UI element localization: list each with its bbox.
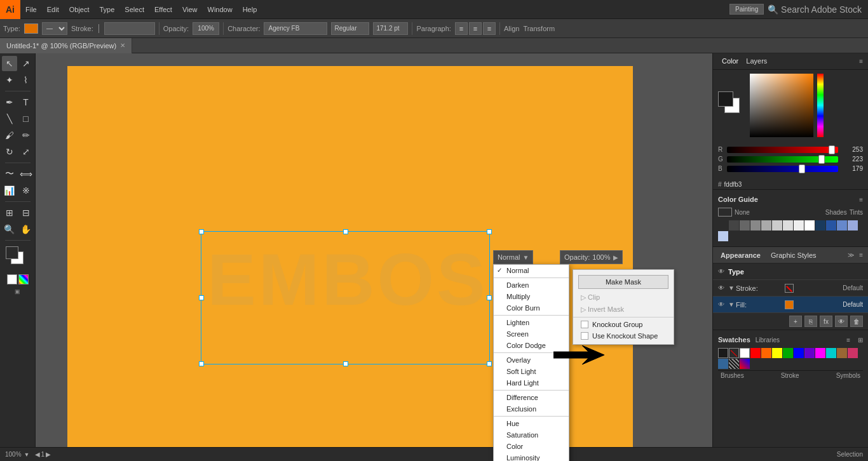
blend-soft-light[interactable]: Soft Light [494, 366, 569, 377]
cg-swatch-9[interactable] [815, 220, 825, 230]
fill-expand[interactable]: ▼ [728, 301, 735, 308]
rotate-tool[interactable]: ↻ [2, 144, 17, 159]
ap-eye-btn[interactable]: 👁 [835, 316, 848, 327]
swatch-blue[interactable] [794, 348, 804, 358]
blend-darken[interactable]: Darken [494, 279, 569, 291]
direct-select-tool[interactable]: ↗ [18, 56, 34, 71]
stroke-expand[interactable]: ▼ [728, 284, 735, 291]
swatch-none[interactable] [729, 348, 739, 358]
invert-mask-item[interactable]: ▷ Invert Mask [573, 304, 674, 316]
font-selector[interactable]: Agency FB [264, 22, 327, 35]
blend-hue[interactable]: Hue [494, 418, 569, 429]
stroke-eye[interactable]: 👁 [718, 284, 728, 291]
knockout-shape-checkbox[interactable] [581, 332, 588, 340]
clip-item[interactable]: ▷ Clip [573, 291, 674, 304]
blend-screen[interactable]: Screen [494, 328, 569, 340]
swatch-purple[interactable] [804, 348, 815, 358]
cg-base-swatch[interactable] [718, 208, 732, 217]
handle-bottom-left[interactable] [199, 361, 204, 366]
cg-swatch-1[interactable] [729, 220, 739, 230]
stroke-swatch[interactable] [785, 284, 794, 293]
fill-eye[interactable]: 👁 [718, 301, 728, 308]
blend-difference[interactable]: Difference [494, 392, 569, 403]
workspace-selector[interactable]: Painting [729, 4, 764, 15]
handle-bottom-middle[interactable] [343, 361, 348, 366]
appearance-expand-btn[interactable]: ≫ [848, 251, 854, 258]
handle-top-left[interactable] [199, 229, 204, 234]
cg-swatch-2[interactable] [740, 220, 750, 230]
handle-top-middle[interactable] [343, 229, 348, 234]
g-slider[interactable] [727, 156, 838, 163]
menu-view[interactable]: View [177, 0, 203, 19]
cg-swatch-12[interactable] [848, 220, 858, 230]
screen-mode-btn[interactable]: ▣ [10, 287, 26, 296]
search-stock-input[interactable]: 🔍 Search Adobe Stock [768, 4, 862, 15]
font-style-selector[interactable]: Regular [331, 22, 369, 35]
hand-tool[interactable]: ✋ [18, 222, 34, 237]
blend-lighten[interactable]: Lighten [494, 317, 569, 328]
tab-close-btn[interactable]: ✕ [120, 42, 125, 49]
type-eye[interactable]: 👁 [718, 268, 728, 275]
cg-swatch-6[interactable] [783, 220, 793, 230]
swatch-pink[interactable] [848, 348, 858, 358]
menu-effect[interactable]: Effect [149, 0, 177, 19]
zoom-dropdown-btn[interactable]: ▼ [24, 451, 30, 458]
swatch-teal[interactable] [718, 359, 728, 369]
menu-select[interactable]: Select [119, 0, 149, 19]
swatch-magenta[interactable] [815, 348, 825, 358]
swatch-gradient-1[interactable] [740, 359, 750, 369]
libraries-tab[interactable]: Libraries [756, 337, 780, 344]
menu-file[interactable]: File [20, 0, 42, 19]
align-right-btn[interactable]: ≡ [483, 22, 496, 35]
opacity-input[interactable] [193, 22, 219, 35]
cg-swatch-10[interactable] [826, 220, 836, 230]
fill-swatch[interactable] [785, 300, 794, 309]
color-spectrum[interactable] [750, 74, 813, 137]
menu-window[interactable]: Window [203, 0, 238, 19]
none-swatch[interactable] [7, 274, 17, 284]
swatches-menu[interactable]: ≡ [846, 337, 850, 344]
r-slider[interactable] [727, 147, 838, 153]
layers-tab[interactable]: Layers [742, 57, 771, 66]
graphic-styles-tab[interactable]: Graphic Styles [768, 250, 819, 260]
cg-swatch-11[interactable] [837, 220, 847, 230]
page-prev-btn[interactable]: ◀ [35, 451, 40, 458]
hue-slider[interactable] [817, 74, 824, 137]
magic-wand-tool[interactable]: ✦ [2, 72, 17, 88]
color-gradient-swatch[interactable] [18, 274, 29, 284]
warp-tool[interactable]: 〜 [2, 166, 17, 182]
blend-hard-light[interactable]: Hard Light [494, 377, 569, 389]
fill-color-swatch[interactable] [24, 23, 38, 34]
blend-saturation[interactable]: Saturation [494, 429, 569, 441]
swatch-cyan[interactable] [826, 348, 836, 358]
ap-copy-btn[interactable]: ⎘ [804, 316, 817, 327]
cg-swatch-4[interactable] [761, 220, 771, 230]
lasso-tool[interactable]: ⌇ [18, 72, 34, 88]
swatch-green[interactable] [783, 348, 793, 358]
swatches-expand-btn[interactable]: ⊞ [858, 337, 863, 344]
swatch-red[interactable] [750, 348, 761, 358]
swatch-orange[interactable] [761, 348, 771, 358]
swatch-yellow[interactable] [772, 348, 782, 358]
ap-trash-btn[interactable]: 🗑 [850, 316, 863, 327]
pen-tool[interactable]: ✒ [2, 95, 17, 110]
blend-luminosity[interactable]: Luminosity [494, 452, 569, 461]
cg-swatch-3[interactable] [750, 220, 761, 230]
opacity-expand-btn[interactable]: ▶ [613, 254, 618, 261]
slice-tool[interactable]: ⊟ [18, 205, 34, 220]
knockout-group-checkbox[interactable] [581, 321, 588, 328]
handle-middle-left[interactable] [199, 295, 204, 300]
blend-normal[interactable]: Normal [494, 265, 569, 276]
page-next-btn[interactable]: ▶ [46, 451, 51, 458]
swatch-pattern-1[interactable] [729, 359, 739, 369]
appearance-menu-btn[interactable]: ≡ [859, 251, 863, 258]
menu-help[interactable]: Help [238, 0, 262, 19]
cg-swatch-0[interactable] [718, 220, 728, 230]
swatch-white[interactable] [740, 348, 750, 358]
appearance-tab[interactable]: Appearance [718, 250, 763, 260]
fg-color-large[interactable] [718, 91, 733, 107]
paintbrush-tool[interactable]: 🖌 [2, 128, 17, 143]
cg-swatch-7[interactable] [794, 220, 804, 230]
zoom-tool[interactable]: 🔍 [2, 222, 17, 237]
make-mask-btn[interactable]: Make Mask [578, 275, 668, 289]
